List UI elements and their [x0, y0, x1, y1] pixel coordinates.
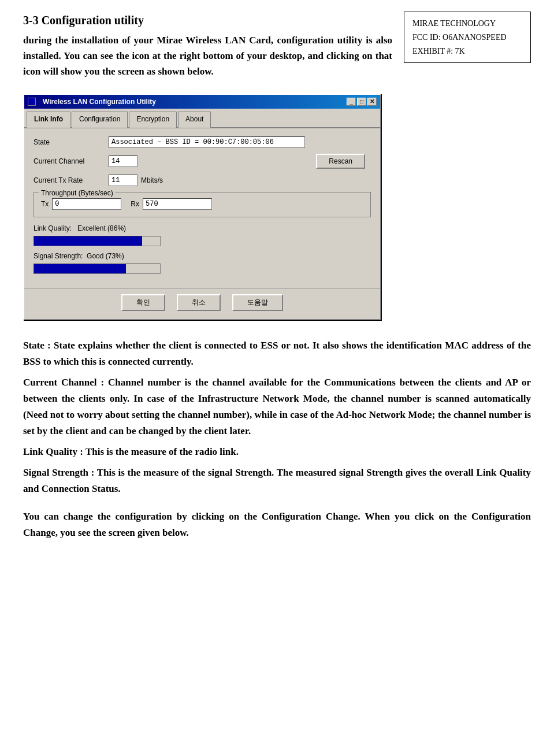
close-button[interactable]: ✕	[367, 98, 377, 106]
confirm-button[interactable]: 확인	[121, 294, 165, 311]
cancel-button[interactable]: 취소	[177, 294, 221, 311]
signal-strength-bar	[34, 264, 126, 273]
signal-strength-description: Signal Strength : This is the measure of…	[23, 465, 531, 497]
throughput-group: Throughput (Bytes/sec) Tx Rx	[34, 192, 371, 217]
config-change-description: You can change the configuration by clic…	[23, 509, 531, 541]
maximize-button[interactable]: □	[357, 98, 366, 106]
fcc-exhibit: EXHIBIT #: 7K	[412, 45, 522, 58]
state-row: State	[34, 136, 371, 148]
dialog-footer: 확인 취소 도움말	[24, 288, 380, 319]
tx-item: Tx	[41, 198, 121, 210]
dialog-content: State Current Channel Rescan Current Tx …	[24, 128, 380, 282]
rx-input[interactable]	[143, 198, 212, 210]
tab-link-info[interactable]: Link Info	[27, 112, 70, 128]
state-input[interactable]	[109, 136, 305, 148]
link-quality-bar-container	[34, 236, 161, 246]
state-label: State	[34, 137, 109, 147]
intro-paragraph: during the installation of your Mirae Wi…	[23, 32, 392, 80]
header-area: 3-3 Configuration utility during the ins…	[23, 12, 531, 80]
tab-about[interactable]: About	[178, 112, 211, 128]
dialog-container: Wireless LAN Configuration Utility _ □ ✕…	[23, 94, 531, 320]
channel-rescan-row: Current Channel Rescan	[34, 154, 371, 169]
link-quality-description: Link Quality : This is the measure of th…	[23, 444, 531, 460]
win-dialog: Wireless LAN Configuration Utility _ □ ✕…	[23, 94, 381, 320]
rx-item: Rx	[131, 198, 212, 210]
link-quality-bar	[34, 236, 142, 246]
rx-label: Rx	[131, 199, 139, 209]
tab-configuration[interactable]: Configuration	[72, 112, 128, 128]
minimize-button[interactable]: _	[347, 98, 356, 106]
link-quality-label: Link Quality: Excellent (86%)	[34, 223, 149, 234]
quality-section: Link Quality: Excellent (86%) Signal Str…	[34, 223, 371, 274]
txrate-input[interactable]	[109, 175, 137, 186]
header-text: 3-3 Configuration utility during the ins…	[23, 12, 392, 80]
channel-label: Current Channel	[34, 156, 109, 166]
channel-input[interactable]	[109, 155, 137, 167]
state-description: State : State explains whether the clien…	[23, 338, 531, 370]
fcc-box: MIRAE TECHNOLOGY FCC ID: O6ANANOSPEED EX…	[404, 12, 531, 63]
dialog-title: Wireless LAN Configuration Utility	[43, 97, 156, 107]
channel-row: Current Channel	[34, 155, 316, 167]
signal-strength-row: Signal Strength: Good (73%)	[34, 251, 371, 261]
signal-strength-label: Signal Strength: Good (73%)	[34, 251, 149, 261]
page-title: 3-3 Configuration utility	[23, 12, 392, 29]
fcc-id: FCC ID: O6ANANOSPEED	[412, 31, 522, 45]
titlebar-buttons: _ □ ✕	[347, 98, 377, 106]
link-quality-row: Link Quality: Excellent (86%)	[34, 223, 371, 234]
fcc-company: MIRAE TECHNOLOGY	[412, 17, 522, 31]
txrate-unit: Mbits/s	[141, 175, 163, 186]
throughput-legend: Throughput (Bytes/sec)	[39, 188, 116, 198]
tab-bar: Link Info Configuration Encryption About	[24, 109, 380, 128]
signal-strength-bar-container	[34, 264, 161, 274]
link-quality-bar-wrapper	[34, 236, 371, 246]
rescan-button[interactable]: Rescan	[316, 154, 365, 169]
dialog-icon	[28, 98, 36, 106]
help-button[interactable]: 도움말	[232, 294, 283, 311]
tx-input[interactable]	[52, 198, 121, 210]
tab-encryption[interactable]: Encryption	[129, 112, 177, 128]
txrate-row: Current Tx Rate Mbits/s	[34, 175, 371, 186]
tx-label: Tx	[41, 199, 49, 209]
win-titlebar: Wireless LAN Configuration Utility _ □ ✕	[24, 95, 380, 109]
throughput-row: Tx Rx	[41, 198, 363, 210]
channel-description: Current Channel : Channel number is the …	[23, 375, 531, 439]
signal-strength-bar-wrapper	[34, 264, 371, 274]
txrate-label: Current Tx Rate	[34, 175, 109, 186]
content-section: State : State explains whether the clien…	[23, 338, 531, 542]
